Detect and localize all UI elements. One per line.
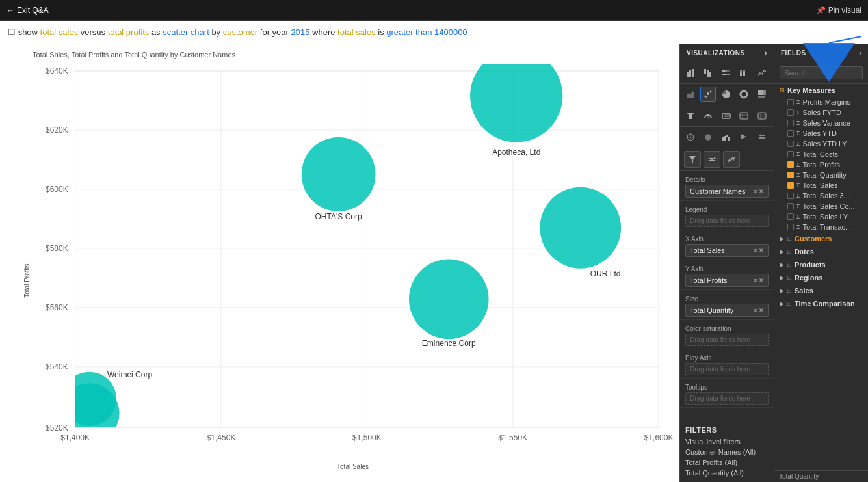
pie-chart-icon[interactable] bbox=[718, 87, 734, 102]
chart-title: Total Sales, Total Profits and Total Qua… bbox=[33, 51, 673, 59]
legend-placeholder[interactable]: Drag data fields here bbox=[685, 215, 769, 227]
field-name: Sales FYTD bbox=[803, 109, 841, 116]
db-icon: ⊟ bbox=[787, 274, 792, 281]
svg-rect-33 bbox=[709, 72, 711, 77]
bubble-our[interactable] bbox=[540, 187, 621, 269]
area-chart-icon[interactable] bbox=[683, 87, 698, 102]
format-tool-btn[interactable] bbox=[704, 151, 720, 168]
section-header-sales[interactable]: ▶ ⊟ Sales bbox=[774, 284, 868, 297]
field-checkbox bbox=[787, 109, 794, 116]
line-chart-icon[interactable] bbox=[754, 65, 770, 81]
qa-total-profits: total profits bbox=[108, 27, 150, 37]
top-bar: ← Exit Q&A 📌 Pin visual bbox=[0, 0, 868, 21]
section-header-products[interactable]: ▶ ⊟ Products bbox=[774, 258, 868, 271]
label-weimei: Weimei Corp bbox=[107, 370, 153, 379]
bar-chart-icon[interactable] bbox=[683, 65, 698, 81]
section-header-dates[interactable]: ▶ ⊟ Dates bbox=[774, 245, 868, 258]
x-axis-label: X Axis bbox=[685, 235, 769, 243]
qa-total-sales2: total sales bbox=[337, 27, 376, 37]
field-item[interactable]: Σ Total Sales Co... bbox=[774, 201, 868, 211]
y-axis-field[interactable]: Total Profits ≡ ✕ bbox=[685, 274, 769, 287]
expand-icon: ▶ bbox=[780, 235, 784, 242]
svg-rect-50 bbox=[763, 90, 766, 95]
map-icon[interactable] bbox=[683, 129, 698, 145]
field-item[interactable]: Σ Total Transac... bbox=[774, 222, 868, 232]
viz-expand-icon[interactable]: › bbox=[765, 49, 767, 57]
field-item[interactable]: Σ Sales Variance bbox=[774, 118, 868, 128]
fields-expand-icon[interactable]: › bbox=[859, 49, 861, 57]
y-axis-label: Total Profits bbox=[23, 263, 31, 297]
field-name: Total Transac... bbox=[803, 223, 852, 231]
section-header-time-comparison[interactable]: ▶ ⊟ Time Comparison bbox=[774, 297, 868, 310]
field-item[interactable]: Σ Total Profits bbox=[774, 159, 868, 170]
field-item[interactable]: Σ Sales YTD LY bbox=[774, 139, 868, 149]
filter-item[interactable]: Total Profits (All) bbox=[685, 457, 863, 468]
visual-level-filters: Visual level filters bbox=[685, 436, 863, 447]
card-icon[interactable]: 123 bbox=[718, 108, 734, 124]
filter-item[interactable]: Customer Names (All) bbox=[685, 447, 863, 457]
field-item[interactable]: Σ Total Quantity bbox=[774, 170, 868, 180]
filter-tool-btn[interactable] bbox=[684, 151, 701, 168]
label-apotheca: Apotheca, Ltd bbox=[492, 148, 540, 157]
field-checkbox bbox=[787, 213, 794, 220]
field-checkbox bbox=[787, 224, 794, 230]
svg-rect-39 bbox=[740, 73, 742, 76]
stacked-bar-icon[interactable] bbox=[718, 65, 734, 81]
details-section: Details Customer Names ≡ ✕ bbox=[680, 171, 774, 201]
treemap-icon[interactable] bbox=[754, 87, 770, 102]
funnel-icon[interactable] bbox=[683, 108, 698, 124]
ribbon-icon[interactable] bbox=[736, 129, 752, 145]
svg-rect-49 bbox=[758, 90, 763, 95]
filled-map-icon[interactable] bbox=[700, 129, 716, 145]
field-name: Total Sales bbox=[803, 181, 838, 189]
table-icon[interactable] bbox=[736, 108, 752, 124]
play-placeholder[interactable]: Drag data fields here bbox=[685, 363, 769, 375]
matrix-icon[interactable] bbox=[754, 108, 770, 124]
fields-search-input[interactable] bbox=[780, 66, 863, 79]
exit-qa-button[interactable]: ← Exit Q&A bbox=[7, 6, 49, 15]
svg-text:$600K: $600K bbox=[46, 185, 68, 194]
x-axis-field[interactable]: Total Sales ≡ ✕ bbox=[685, 244, 769, 257]
slicer-icon[interactable] bbox=[754, 129, 770, 145]
bubble-eminence[interactable] bbox=[409, 259, 489, 339]
svg-rect-66 bbox=[722, 137, 724, 141]
db-icon: ⊟ bbox=[787, 301, 792, 307]
tooltips-placeholder[interactable]: Drag data fields here bbox=[685, 392, 769, 405]
field-item[interactable]: Σ Sales YTD bbox=[774, 128, 868, 139]
analytics-tool-btn[interactable] bbox=[723, 151, 740, 168]
key-measures-header[interactable]: ⊞ Key Measures bbox=[774, 84, 868, 97]
waterfall-icon[interactable] bbox=[718, 129, 734, 145]
qa-text: ☐ show total sales versus total profits … bbox=[8, 27, 467, 37]
expand-icon: ▶ bbox=[780, 288, 784, 294]
svg-marker-43 bbox=[687, 91, 694, 98]
field-item[interactable]: Σ Total Costs bbox=[774, 149, 868, 159]
customer-names-field[interactable]: Customer Names ≡ ✕ bbox=[685, 185, 769, 198]
bubble-ohta[interactable] bbox=[302, 137, 376, 211]
svg-rect-75 bbox=[709, 158, 713, 159]
field-item[interactable]: Σ Profits Margins bbox=[774, 97, 868, 107]
field-item[interactable]: Σ Total Sales bbox=[774, 180, 868, 191]
donut-chart-icon[interactable] bbox=[736, 87, 752, 102]
field-item[interactable]: Σ Sales FYTD bbox=[774, 107, 868, 118]
column-chart-icon[interactable] bbox=[700, 65, 716, 81]
qa-bar[interactable]: ☐ show total sales versus total profits … bbox=[0, 21, 868, 44]
gauge-icon[interactable] bbox=[700, 108, 716, 124]
pin-visual-button[interactable]: 📌 Pin visual bbox=[816, 6, 861, 15]
expand-icon: ▶ bbox=[780, 301, 784, 307]
field-item[interactable]: Σ Total Sales LY bbox=[774, 211, 868, 222]
size-field[interactable]: Total Quantity ≡ ✕ bbox=[685, 304, 769, 317]
svg-rect-42 bbox=[743, 70, 745, 72]
field-item[interactable]: Σ Total Sales 3... bbox=[774, 191, 868, 201]
color-placeholder[interactable]: Drag data fields here bbox=[685, 334, 769, 346]
field-checkbox bbox=[787, 141, 794, 147]
field-name: Total Sales Co... bbox=[803, 202, 855, 210]
field-type-icon: Σ bbox=[796, 182, 800, 189]
svg-rect-30 bbox=[692, 69, 694, 77]
stacked-col-icon[interactable] bbox=[736, 65, 752, 81]
svg-point-77 bbox=[714, 157, 716, 159]
field-checkbox bbox=[787, 151, 794, 157]
section-header-regions[interactable]: ▶ ⊟ Regions bbox=[774, 271, 868, 284]
tooltips-section: Tooltips Drag data fields here bbox=[680, 379, 774, 408]
scatter-chart-icon active[interactable] bbox=[700, 87, 716, 102]
section-header-customers[interactable]: ▶ ⊟ Customers bbox=[774, 232, 868, 245]
